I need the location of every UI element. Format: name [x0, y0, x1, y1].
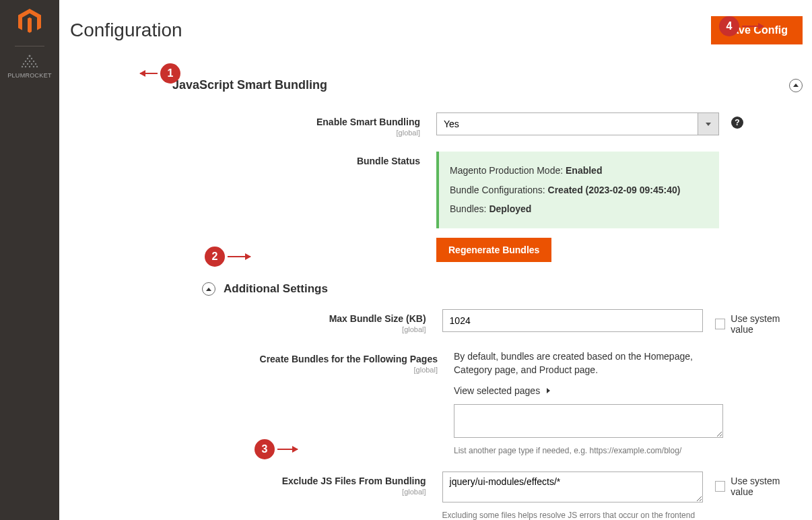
status-box: Magento Production Mode: Enabled Bundle …	[436, 152, 719, 228]
pages-textarea[interactable]	[454, 404, 723, 438]
field-label: Bundle Status	[357, 156, 420, 166]
page-header: Configuration Save Config	[59, 0, 812, 61]
use-system-value-wrap[interactable]: Use system value	[715, 476, 803, 497]
field-label-col: Create Bundles for the Following Pages […	[70, 350, 454, 374]
chevron-up-icon	[206, 288, 211, 291]
svg-point-1	[27, 58, 28, 59]
exclude-textarea[interactable]	[442, 472, 703, 502]
divider	[15, 46, 44, 46]
section-title: JavaScript Smart Bundling	[172, 78, 327, 92]
field-max-bundle-size: Max Bundle Size (KB) [global] Use system…	[70, 309, 803, 335]
chevron-up-icon	[793, 84, 799, 87]
magento-logo-icon[interactable]	[16, 8, 43, 35]
use-system-checkbox[interactable]	[715, 481, 726, 492]
svg-point-3	[25, 61, 26, 62]
svg-point-10	[22, 66, 23, 67]
svg-point-14	[36, 66, 38, 67]
use-system-label: Use system value	[731, 476, 803, 497]
pages-description: By default, bundles are created based on…	[454, 350, 723, 377]
collapse-toggle[interactable]	[202, 282, 215, 296]
field-value-col	[442, 309, 703, 332]
field-scope: [global]	[70, 129, 420, 137]
svg-point-6	[23, 63, 24, 65]
svg-point-4	[29, 61, 30, 62]
plumrocket-icon	[19, 52, 40, 71]
field-label-col: Bundle Status	[70, 152, 436, 166]
page-title: Configuration	[70, 20, 182, 41]
field-scope: [global]	[70, 488, 426, 496]
field-value-col	[436, 112, 719, 135]
save-config-button[interactable]: Save Config	[711, 16, 803, 44]
subsection-title: Additional Settings	[224, 282, 328, 296]
svg-point-0	[28, 55, 30, 57]
exclude-hint: Excluding some files helps resolve JS er…	[442, 510, 703, 520]
svg-point-13	[33, 66, 34, 67]
svg-point-2	[31, 58, 32, 59]
field-label-col: Enable Smart Bundling [global]	[70, 112, 436, 137]
field-value-col: By default, bundles are created based on…	[454, 350, 723, 457]
svg-point-12	[29, 66, 30, 67]
field-scope: [global]	[70, 325, 426, 333]
pages-hint: List another page type if needed, e.g. h…	[454, 445, 723, 457]
field-exclude-js: Exclude JS Files From Bundling [global] …	[70, 472, 803, 520]
select-dropdown-button[interactable]	[698, 112, 719, 135]
svg-point-8	[31, 63, 32, 65]
use-system-checkbox[interactable]	[715, 319, 726, 329]
sidebar: PLUMROCKET	[0, 0, 59, 520]
svg-point-11	[25, 66, 26, 67]
field-value-col: Excluding some files helps resolve JS er…	[442, 472, 703, 520]
caret-down-icon	[706, 123, 711, 126]
status-line: Bundle Configurations: Created (2023-02-…	[450, 181, 708, 200]
field-label: Exclude JS Files From Bundling	[282, 476, 426, 486]
field-label: Max Bundle Size (KB)	[329, 313, 426, 324]
field-label: Enable Smart Bundling	[316, 117, 420, 127]
section-header: JavaScript Smart Bundling	[70, 78, 803, 92]
svg-point-5	[33, 61, 34, 62]
field-enable-bundling: Enable Smart Bundling [global] ?	[70, 112, 803, 137]
svg-point-9	[35, 63, 36, 65]
config-content: JavaScript Smart Bundling Enable Smart B…	[59, 78, 812, 520]
status-line: Bundles: Deployed	[450, 199, 708, 219]
sidebar-item-label: PLUMROCKET	[7, 72, 52, 79]
field-value-col: Magento Production Mode: Enabled Bundle …	[436, 152, 719, 262]
view-selected-pages-link[interactable]: View selected pages	[454, 385, 723, 396]
chevron-right-icon	[547, 388, 550, 393]
field-scope: [global]	[70, 366, 438, 374]
field-label-col: Max Bundle Size (KB) [global]	[70, 309, 442, 333]
use-system-label: Use system value	[731, 313, 803, 335]
field-label: Create Bundles for the Following Pages	[260, 354, 438, 364]
field-label-col: Exclude JS Files From Bundling [global]	[70, 472, 442, 496]
svg-point-7	[27, 63, 28, 65]
enable-select[interactable]	[436, 112, 719, 135]
main-content: Configuration Save Config JavaScript Sma…	[59, 0, 812, 520]
regenerate-bundles-button[interactable]: Regenerate Bundles	[436, 238, 551, 262]
status-line: Magento Production Mode: Enabled	[450, 161, 708, 181]
collapse-toggle[interactable]	[789, 79, 803, 92]
help-icon[interactable]: ?	[731, 117, 743, 129]
max-bundle-size-input[interactable]	[442, 309, 703, 332]
field-create-bundles-pages: Create Bundles for the Following Pages […	[70, 350, 803, 457]
subsection-header: Additional Settings	[202, 282, 803, 296]
sidebar-item-plumrocket[interactable]: PLUMROCKET	[7, 52, 52, 79]
enable-select-value[interactable]	[436, 112, 719, 135]
field-bundle-status: Bundle Status Magento Production Mode: E…	[70, 152, 803, 262]
use-system-value-wrap[interactable]: Use system value	[715, 313, 803, 335]
